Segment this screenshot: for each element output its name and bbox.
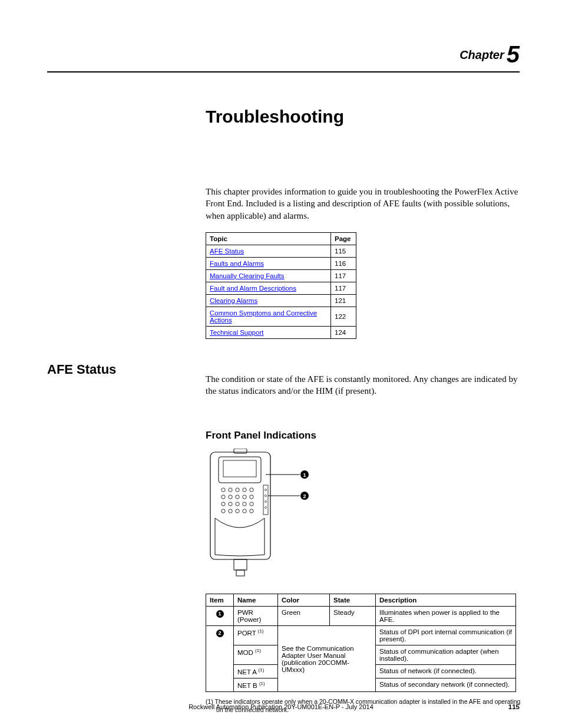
item-badge-1: 1 — [216, 610, 224, 618]
svg-point-5 — [229, 488, 232, 492]
topic-page: 122 — [331, 307, 356, 326]
sidehead-afe-status: AFE Status — [47, 362, 189, 377]
th-color: Color — [278, 594, 330, 607]
th-state: State — [330, 594, 376, 607]
item-badge-2: 2 — [216, 630, 224, 637]
svg-point-25 — [265, 489, 266, 491]
svg-point-6 — [236, 488, 239, 492]
th-topic: Topic — [206, 232, 331, 245]
cell-name: PORT (1) — [234, 626, 278, 645]
cell-desc: Illuminates when power is applied to the… — [376, 607, 516, 626]
topic-page: 124 — [331, 326, 356, 338]
footer: Rockwell Automation Publication 20Y-UM00… — [0, 703, 562, 710]
cell-desc: Status of secondary network (if connecte… — [376, 678, 516, 692]
cell-name: NET B (1) — [234, 678, 278, 692]
topic-link[interactable]: Technical Support — [210, 329, 263, 336]
svg-rect-1 — [234, 449, 247, 453]
svg-point-14 — [222, 502, 225, 506]
topic-page: 116 — [331, 257, 356, 269]
th-desc: Description — [376, 594, 516, 607]
svg-point-7 — [243, 488, 246, 492]
svg-point-20 — [229, 509, 232, 513]
topic-link[interactable]: Faults and Alarms — [210, 260, 264, 267]
svg-point-22 — [243, 509, 246, 513]
svg-point-27 — [265, 501, 266, 503]
svg-point-15 — [229, 502, 232, 506]
cell-name: NET A (1) — [234, 665, 278, 678]
svg-point-21 — [236, 509, 239, 513]
svg-point-23 — [250, 509, 253, 513]
svg-point-28 — [265, 507, 266, 509]
chapter-label: Chapter — [459, 48, 504, 61]
svg-point-9 — [222, 495, 225, 499]
intro-paragraph: This chapter provides information to gui… — [206, 186, 520, 222]
svg-point-13 — [250, 495, 253, 499]
svg-point-4 — [222, 488, 225, 492]
svg-rect-0 — [210, 452, 270, 559]
chapter-number: 5 — [507, 41, 520, 67]
cell-name: PWR (Power) — [234, 607, 278, 626]
footer-page: 115 — [508, 703, 520, 710]
svg-rect-29 — [234, 559, 247, 570]
th-name: Name — [234, 594, 278, 607]
topic-page: 117 — [331, 282, 356, 294]
page-title: Troubleshooting — [206, 107, 520, 127]
cell-merged-note: See the Communication Adapter User Manua… — [278, 626, 376, 692]
svg-point-17 — [243, 502, 246, 506]
svg-point-18 — [250, 502, 253, 506]
hrule — [47, 71, 520, 73]
svg-point-11 — [236, 495, 239, 499]
cell-desc: Status of DPI port internal communicatio… — [376, 626, 516, 645]
topic-link[interactable]: Manually Clearing Faults — [210, 272, 285, 279]
topic-table: Topic Page AFE Status115 Faults and Alar… — [206, 232, 356, 339]
svg-rect-2 — [219, 457, 261, 483]
topic-link[interactable]: Common Symptoms and Corrective Actions — [210, 309, 317, 324]
th-item: Item — [206, 594, 234, 607]
callout-1: 1 — [303, 472, 306, 478]
cell-desc: Status of communication adapter (when in… — [376, 645, 516, 665]
topic-page: 115 — [331, 245, 356, 257]
footer-pub: Rockwell Automation Publication 20Y-UM00… — [189, 703, 373, 710]
topic-link[interactable]: AFE Status — [210, 248, 244, 255]
svg-point-19 — [222, 509, 225, 513]
svg-point-10 — [229, 495, 232, 499]
svg-rect-30 — [236, 570, 244, 576]
svg-point-12 — [243, 495, 246, 499]
svg-point-26 — [265, 495, 266, 497]
subhead-front-panel: Front Panel Indications — [206, 430, 520, 442]
cell-state: Steady — [330, 607, 376, 626]
chapter-heading: Chapter5 — [47, 41, 520, 68]
indicator-table: Item Name Color State Description 1 PWR … — [206, 594, 516, 692]
svg-rect-24 — [263, 485, 268, 515]
cell-desc: Status of network (if connected). — [376, 665, 516, 678]
topic-page: 121 — [331, 294, 356, 307]
topic-page: 117 — [331, 269, 356, 282]
svg-rect-3 — [223, 460, 256, 477]
th-page: Page — [331, 232, 356, 245]
cell-color: Green — [278, 607, 330, 626]
svg-point-8 — [250, 488, 253, 492]
callout-2: 2 — [303, 493, 306, 499]
front-panel-diagram: 1 2 — [206, 449, 520, 581]
topic-link[interactable]: Clearing Alarms — [210, 297, 257, 304]
svg-point-16 — [236, 502, 239, 506]
cell-name: MOD (1) — [234, 645, 278, 665]
topic-link[interactable]: Fault and Alarm Descriptions — [210, 285, 296, 292]
afe-body: The condition or state of the AFE is con… — [206, 373, 520, 397]
